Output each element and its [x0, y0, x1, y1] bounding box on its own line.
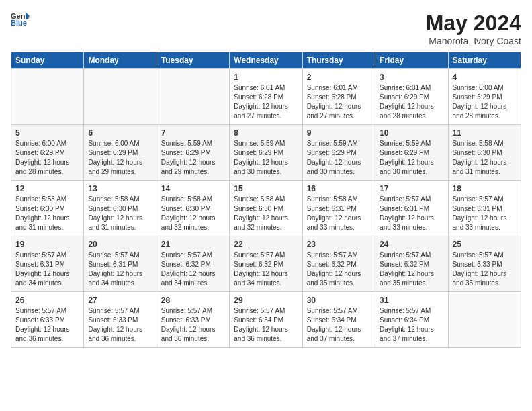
day-number: 15	[234, 184, 298, 193]
day-info: Sunrise: 5:57 AMSunset: 6:32 PMDaylight:…	[307, 250, 371, 288]
col-sunday: Sunday	[11, 52, 84, 69]
col-wednesday: Wednesday	[230, 52, 302, 69]
day-info: Sunrise: 6:01 AMSunset: 6:29 PMDaylight:…	[380, 83, 443, 121]
col-friday: Friday	[375, 52, 448, 69]
table-row: 14Sunrise: 5:58 AMSunset: 6:30 PMDayligh…	[157, 181, 229, 236]
day-info: Sunrise: 6:00 AMSunset: 6:29 PMDaylight:…	[88, 139, 152, 177]
table-row: 6Sunrise: 6:00 AMSunset: 6:29 PMDaylight…	[84, 125, 157, 181]
day-number: 28	[161, 295, 225, 305]
day-info: Sunrise: 5:57 AMSunset: 6:32 PMDaylight:…	[234, 250, 298, 288]
col-saturday: Saturday	[448, 52, 521, 69]
day-number: 1	[234, 73, 298, 82]
day-number: 9	[307, 128, 371, 138]
day-info: Sunrise: 5:57 AMSunset: 6:31 PMDaylight:…	[453, 195, 517, 232]
day-info: Sunrise: 5:58 AMSunset: 6:30 PMDaylight:…	[88, 195, 152, 232]
table-row	[157, 69, 229, 125]
calendar-week-3: 12Sunrise: 5:58 AMSunset: 6:30 PMDayligh…	[11, 181, 521, 236]
day-info: Sunrise: 5:57 AMSunset: 6:32 PMDaylight:…	[380, 250, 443, 288]
day-number: 14	[161, 184, 225, 193]
day-info: Sunrise: 5:59 AMSunset: 6:29 PMDaylight:…	[380, 139, 443, 177]
day-number: 16	[307, 184, 371, 193]
day-number: 12	[15, 184, 79, 193]
day-info: Sunrise: 5:59 AMSunset: 6:29 PMDaylight:…	[161, 139, 225, 177]
day-info: Sunrise: 5:59 AMSunset: 6:29 PMDaylight:…	[234, 139, 298, 177]
col-monday: Monday	[84, 52, 157, 69]
day-number: 20	[88, 240, 152, 249]
table-row: 7Sunrise: 5:59 AMSunset: 6:29 PMDaylight…	[157, 125, 229, 181]
day-info: Sunrise: 5:57 AMSunset: 6:33 PMDaylight:…	[453, 250, 517, 288]
day-info: Sunrise: 5:57 AMSunset: 6:32 PMDaylight:…	[161, 250, 225, 288]
day-info: Sunrise: 5:58 AMSunset: 6:31 PMDaylight:…	[307, 195, 371, 232]
table-row: 22Sunrise: 5:57 AMSunset: 6:32 PMDayligh…	[230, 236, 302, 292]
logo-icon: General Blue	[11, 11, 30, 26]
table-row: 28Sunrise: 5:57 AMSunset: 6:33 PMDayligh…	[157, 292, 229, 348]
col-tuesday: Tuesday	[157, 52, 229, 69]
day-info: Sunrise: 6:00 AMSunset: 6:29 PMDaylight:…	[15, 139, 79, 177]
table-row: 24Sunrise: 5:57 AMSunset: 6:32 PMDayligh…	[375, 236, 448, 292]
table-row: 10Sunrise: 5:59 AMSunset: 6:29 PMDayligh…	[375, 125, 448, 181]
subtitle: Manorota, Ivory Coast	[426, 36, 521, 46]
day-number: 13	[88, 184, 152, 193]
table-row	[84, 69, 157, 125]
day-info: Sunrise: 5:57 AMSunset: 6:34 PMDaylight:…	[380, 306, 443, 344]
day-info: Sunrise: 5:58 AMSunset: 6:30 PMDaylight:…	[161, 195, 225, 232]
table-row: 12Sunrise: 5:58 AMSunset: 6:30 PMDayligh…	[11, 181, 84, 236]
day-number: 10	[380, 128, 443, 138]
table-row: 15Sunrise: 5:58 AMSunset: 6:30 PMDayligh…	[230, 181, 302, 236]
table-row: 18Sunrise: 5:57 AMSunset: 6:31 PMDayligh…	[448, 181, 521, 236]
table-row: 3Sunrise: 6:01 AMSunset: 6:29 PMDaylight…	[375, 69, 448, 125]
day-info: Sunrise: 5:58 AMSunset: 6:30 PMDaylight:…	[15, 195, 79, 232]
svg-text:Blue: Blue	[11, 19, 27, 26]
table-row: 25Sunrise: 5:57 AMSunset: 6:33 PMDayligh…	[448, 236, 521, 292]
table-row: 29Sunrise: 5:57 AMSunset: 6:34 PMDayligh…	[230, 292, 302, 348]
day-number: 23	[307, 240, 371, 249]
table-row: 5Sunrise: 6:00 AMSunset: 6:29 PMDaylight…	[11, 125, 84, 181]
table-row	[448, 292, 521, 348]
day-number: 5	[15, 128, 79, 138]
day-number: 18	[453, 184, 517, 193]
table-row: 1Sunrise: 6:01 AMSunset: 6:28 PMDaylight…	[230, 69, 302, 125]
header: General Blue May 2024 Manorota, Ivory Co…	[11, 11, 521, 46]
day-number: 6	[88, 128, 152, 138]
day-info: Sunrise: 5:58 AMSunset: 6:30 PMDaylight:…	[453, 139, 517, 177]
table-row: 31Sunrise: 5:57 AMSunset: 6:34 PMDayligh…	[375, 292, 448, 348]
day-number: 24	[380, 240, 443, 249]
day-info: Sunrise: 5:57 AMSunset: 6:33 PMDaylight:…	[161, 306, 225, 344]
day-number: 7	[161, 128, 225, 138]
table-row: 19Sunrise: 5:57 AMSunset: 6:31 PMDayligh…	[11, 236, 84, 292]
day-info: Sunrise: 5:57 AMSunset: 6:34 PMDaylight:…	[307, 306, 371, 344]
main-title: May 2024	[426, 11, 521, 36]
table-row: 11Sunrise: 5:58 AMSunset: 6:30 PMDayligh…	[448, 125, 521, 181]
day-info: Sunrise: 5:57 AMSunset: 6:31 PMDaylight:…	[15, 250, 79, 288]
day-number: 8	[234, 128, 298, 138]
col-thursday: Thursday	[302, 52, 375, 69]
table-row: 21Sunrise: 5:57 AMSunset: 6:32 PMDayligh…	[157, 236, 229, 292]
calendar-week-5: 26Sunrise: 5:57 AMSunset: 6:33 PMDayligh…	[11, 292, 521, 348]
day-number: 2	[307, 73, 371, 82]
table-row: 2Sunrise: 6:01 AMSunset: 6:28 PMDaylight…	[302, 69, 375, 125]
table-row: 20Sunrise: 5:57 AMSunset: 6:31 PMDayligh…	[84, 236, 157, 292]
day-number: 19	[15, 240, 79, 249]
calendar-week-2: 5Sunrise: 6:00 AMSunset: 6:29 PMDaylight…	[11, 125, 521, 181]
day-number: 26	[15, 295, 79, 305]
table-row: 13Sunrise: 5:58 AMSunset: 6:30 PMDayligh…	[84, 181, 157, 236]
day-info: Sunrise: 5:57 AMSunset: 6:33 PMDaylight:…	[88, 306, 152, 344]
day-number: 27	[88, 295, 152, 305]
day-info: Sunrise: 5:59 AMSunset: 6:29 PMDaylight:…	[307, 139, 371, 177]
calendar-header-row: Sunday Monday Tuesday Wednesday Thursday…	[11, 52, 521, 69]
day-info: Sunrise: 5:58 AMSunset: 6:30 PMDaylight:…	[234, 195, 298, 232]
day-number: 29	[234, 295, 298, 305]
calendar-week-4: 19Sunrise: 5:57 AMSunset: 6:31 PMDayligh…	[11, 236, 521, 292]
day-number: 25	[453, 240, 517, 249]
table-row: 8Sunrise: 5:59 AMSunset: 6:29 PMDaylight…	[230, 125, 302, 181]
title-area: May 2024 Manorota, Ivory Coast	[426, 11, 521, 46]
day-info: Sunrise: 5:57 AMSunset: 6:34 PMDaylight:…	[234, 306, 298, 344]
table-row: 16Sunrise: 5:58 AMSunset: 6:31 PMDayligh…	[302, 181, 375, 236]
day-info: Sunrise: 6:00 AMSunset: 6:29 PMDaylight:…	[453, 83, 517, 121]
day-info: Sunrise: 5:57 AMSunset: 6:31 PMDaylight:…	[88, 250, 152, 288]
table-row: 17Sunrise: 5:57 AMSunset: 6:31 PMDayligh…	[375, 181, 448, 236]
table-row: 27Sunrise: 5:57 AMSunset: 6:33 PMDayligh…	[84, 292, 157, 348]
day-number: 11	[453, 128, 517, 138]
day-number: 31	[380, 295, 443, 305]
day-number: 3	[380, 73, 443, 82]
